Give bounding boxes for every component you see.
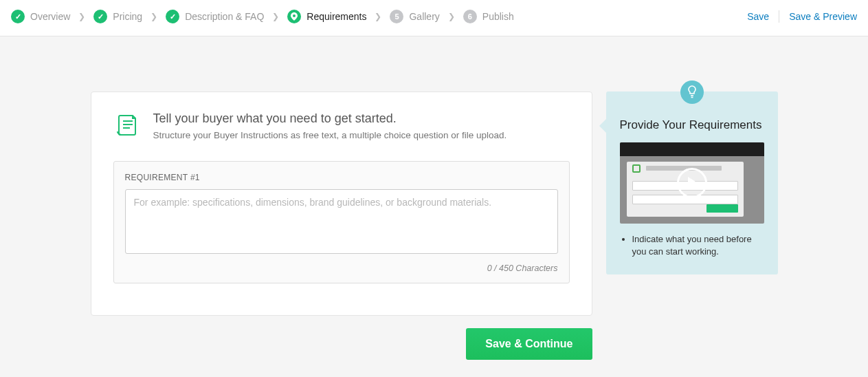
tips-title: Provide Your Requirements (620, 118, 764, 133)
check-icon: ✓ (93, 10, 107, 23)
step-number: 6 (463, 10, 477, 23)
requirement-label: REQUIREMENT #1 (125, 173, 558, 182)
requirement-box: REQUIREMENT #1 0 / 450 Characters (113, 161, 570, 283)
step-number: 5 (390, 10, 403, 23)
step-gallery[interactable]: 5 Gallery (390, 10, 439, 23)
chevron-right-icon: ❯ (375, 12, 381, 21)
requirements-card: Tell your buyer what you need to get sta… (91, 91, 592, 316)
step-publish[interactable]: 6 Publish (463, 10, 514, 23)
page-subtitle: Structure your Buyer Instructions as fre… (153, 130, 507, 140)
page-title: Tell your buyer what you need to get sta… (153, 111, 507, 126)
tips-video-thumb[interactable] (620, 142, 764, 224)
step-label: Gallery (409, 11, 439, 22)
check-icon: ✓ (11, 10, 25, 23)
step-label: Description & FAQ (185, 11, 264, 22)
play-icon (677, 168, 707, 198)
step-requirements[interactable]: Requirements (287, 10, 366, 23)
chevron-right-icon: ❯ (448, 12, 455, 21)
step-label: Publish (482, 11, 514, 22)
step-overview[interactable]: ✓ Overview (11, 10, 70, 23)
top-actions: Save Save & Preview (747, 10, 857, 23)
char-counter: 0 / 450 Characters (125, 263, 558, 273)
wizard-steps: ✓ Overview ❯ ✓ Pricing ❯ ✓ Description &… (11, 10, 514, 23)
divider (779, 10, 779, 23)
document-icon (113, 111, 141, 142)
save-preview-link[interactable]: Save & Preview (789, 11, 857, 22)
location-pin-icon (287, 10, 301, 23)
chevron-right-icon: ❯ (78, 12, 85, 21)
save-continue-button[interactable]: Save & Continue (466, 328, 592, 360)
tips-bullet: Indicate what you need before you can st… (632, 233, 764, 258)
step-label: Requirements (307, 11, 366, 22)
requirement-input[interactable] (125, 189, 558, 254)
tips-panel: Provide Your Requirements Indicate what … (606, 91, 778, 274)
step-label: Overview (30, 11, 70, 22)
step-label: Pricing (113, 11, 142, 22)
chevron-right-icon: ❯ (151, 12, 157, 21)
chevron-right-icon: ❯ (272, 12, 279, 21)
save-link[interactable]: Save (747, 11, 769, 22)
check-icon: ✓ (166, 10, 179, 23)
step-description-faq[interactable]: ✓ Description & FAQ (166, 10, 264, 23)
step-pricing[interactable]: ✓ Pricing (93, 10, 142, 23)
lightbulb-icon (680, 80, 704, 104)
